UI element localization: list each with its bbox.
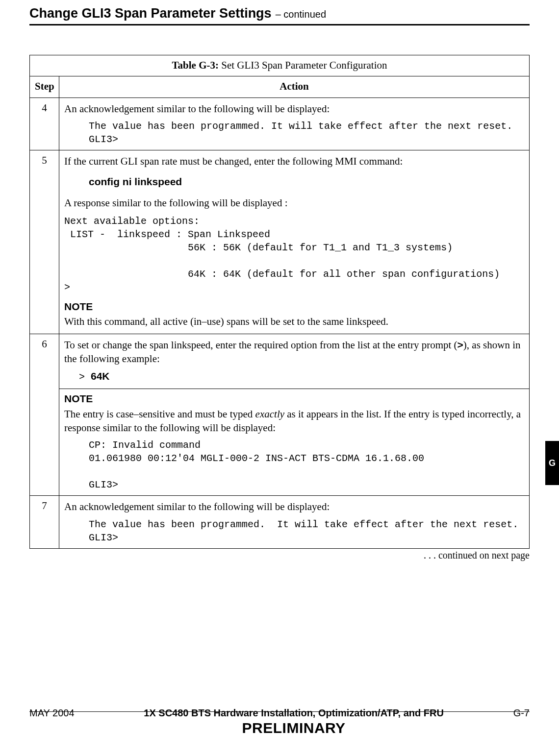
step-number: 5 — [30, 150, 59, 334]
table-row: 6 To set or change the span linkspeed, e… — [30, 334, 530, 496]
step-number: 4 — [30, 98, 59, 150]
step4-code: The value has been programmed. It will t… — [89, 120, 524, 146]
step-action: If the current GLI span rate must be cha… — [59, 150, 530, 334]
step-number: 6 — [30, 334, 59, 496]
step6-text1: To set or change the span linkspeed, ent… — [64, 338, 524, 366]
table-caption-prefix: Table G-3: — [172, 59, 219, 71]
step5-code: Next available options: LIST - linkspeed… — [64, 215, 524, 294]
step-number: 7 — [30, 496, 59, 548]
step4-text: An acknowledgement similar to the follow… — [64, 102, 524, 116]
continued-on-next-page: . . . continued on next page — [29, 550, 530, 561]
heading-continued: – continued — [276, 9, 326, 20]
step-action: An acknowledgement similar to the follow… — [59, 98, 530, 150]
step6-note-block: NOTE The entry is case–sensitive and mus… — [59, 389, 529, 491]
step5-command: config ni linkspeed — [89, 175, 524, 189]
table-caption: Table G-3: Set GLI3 Span Parameter Confi… — [30, 55, 530, 76]
table-row: 4 An acknowledgement similar to the foll… — [30, 98, 530, 150]
step6-note-a: The entry is case–sensitive and must be … — [64, 408, 255, 420]
step6-prompt-char: > — [457, 339, 463, 350]
tab-label: G — [545, 456, 559, 470]
step6-note-body: The entry is case–sensitive and must be … — [64, 407, 524, 435]
step6-prompt-value: 64K — [91, 370, 110, 382]
col-header-step: Step — [30, 76, 59, 98]
step5-note-body: With this command, all active (in–use) s… — [64, 315, 524, 328]
tab-block-top — [545, 441, 559, 456]
step6-text1a: To set or change the span linkspeed, ent… — [64, 339, 457, 351]
page-footer: MAY 2004 1X SC480 BTS Hardware Installat… — [29, 707, 530, 736]
page-heading: Change GLI3 Span Parameter Settings – co… — [29, 6, 530, 25]
tab-block-bottom — [545, 470, 559, 485]
span-config-table: Table G-3: Set GLI3 Span Parameter Confi… — [29, 55, 530, 549]
step6-prompt-line: > 64K — [79, 369, 524, 384]
table-row: 5 If the current GLI span rate must be c… — [30, 150, 530, 334]
footer-date: MAY 2004 — [29, 707, 75, 719]
step-action: To set or change the span linkspeed, ent… — [59, 334, 530, 496]
section-tab: G — [545, 441, 559, 485]
step6-code: CP: Invalid command 01.061980 00:12'04 M… — [89, 439, 524, 491]
table-caption-rest: Set GLI3 Span Parameter Configuration — [219, 59, 387, 71]
footer-preliminary: PRELIMINARY — [75, 720, 513, 736]
footer-center: 1X SC480 BTS Hardware Installation, Opti… — [75, 707, 513, 736]
heading-title: Change GLI3 Span Parameter Settings — [29, 6, 272, 21]
step7-text: An acknowledgement similar to the follow… — [64, 500, 524, 513]
step6-note-em: exactly — [255, 408, 284, 420]
table-row: 7 An acknowledgement similar to the foll… — [30, 496, 530, 548]
step5-note-head: NOTE — [64, 300, 524, 314]
footer-doc-title: 1X SC480 BTS Hardware Installation, Opti… — [75, 707, 513, 719]
step5-text1: If the current GLI span rate must be cha… — [64, 154, 524, 168]
col-header-action: Action — [59, 76, 530, 98]
step6-note-head: NOTE — [64, 392, 524, 406]
step6-prompt-symbol: > — [79, 371, 91, 383]
step7-code: The value has been programmed. It will t… — [89, 518, 524, 544]
step-action: An acknowledgement similar to the follow… — [59, 496, 530, 548]
step5-text2: A response similar to the following will… — [64, 196, 524, 210]
footer-page-number: G-7 — [513, 707, 530, 719]
